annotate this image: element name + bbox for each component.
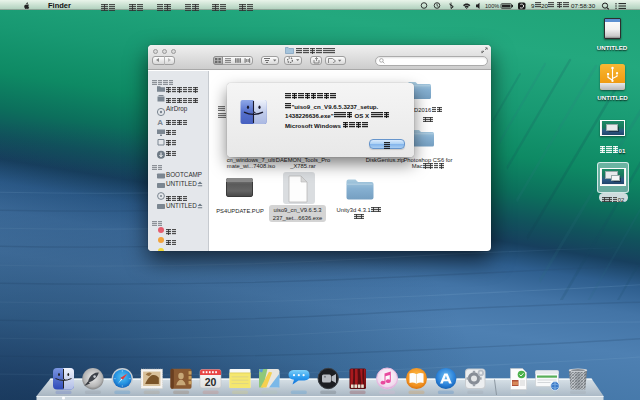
- svg-text:100%: 100%: [485, 3, 499, 9]
- svg-text:A: A: [157, 117, 163, 126]
- svg-text:20: 20: [205, 375, 217, 387]
